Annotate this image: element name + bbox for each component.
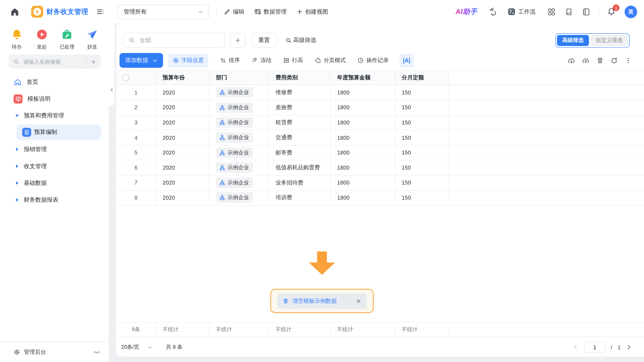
annual-budget-cell[interactable]: 1800 xyxy=(330,100,395,115)
apps-grid-icon[interactable] xyxy=(548,8,556,16)
summary-cell[interactable]: 不统计 xyxy=(269,322,330,336)
sidebar-item-template-note[interactable]: 模板说明 xyxy=(0,90,109,107)
quick-action-processed[interactable]: 已处理 xyxy=(54,28,80,50)
toggle-custom-filter[interactable]: 自定义筛选 xyxy=(591,35,628,46)
current-page-input[interactable] xyxy=(584,342,606,352)
department-cell[interactable]: 示例企业 xyxy=(210,190,269,205)
select-all-checkbox[interactable] xyxy=(123,74,129,81)
close-icon[interactable] xyxy=(356,298,362,304)
department-cell[interactable]: 示例企业 xyxy=(210,85,269,100)
table-search-input[interactable] xyxy=(139,36,220,44)
annual-budget-cell[interactable]: 1800 xyxy=(330,130,395,145)
department-tag[interactable]: 示例企业 xyxy=(216,87,253,98)
view-list-icon[interactable] xyxy=(96,8,104,16)
add-filter-button[interactable] xyxy=(230,33,245,48)
expense-category-cell[interactable]: 差旅费 xyxy=(269,100,330,115)
sidebar-item-home[interactable]: 首页 xyxy=(0,74,109,90)
table-row[interactable]: 5 2020 示例企业 邮寄费 1800 150 xyxy=(116,146,644,160)
home-icon[interactable] xyxy=(10,7,20,16)
collapse-eye-icon[interactable] xyxy=(93,348,100,356)
field-settings-button[interactable]: 字段设置 xyxy=(168,54,208,67)
department-tag[interactable]: 示例企业 xyxy=(216,117,253,128)
row-index-cell[interactable]: 5 xyxy=(116,146,156,160)
expense-category-cell[interactable]: 交通费 xyxy=(269,130,330,145)
export-cloud-icon[interactable] xyxy=(582,56,590,64)
department-tag[interactable]: 示例企业 xyxy=(216,178,253,188)
monthly-quota-cell[interactable]: 150 xyxy=(395,190,448,205)
annual-budget-cell[interactable]: 1800 xyxy=(330,85,395,100)
table-row[interactable]: 6 2020 示例企业 低值易耗品购置费 1800 150 xyxy=(116,160,644,176)
annual-budget-cell[interactable]: 1800 xyxy=(330,190,395,205)
reset-button[interactable]: 重置 xyxy=(252,33,276,48)
expense-category-cell[interactable]: 租赁费 xyxy=(269,115,330,130)
translate-icon[interactable] xyxy=(488,8,497,16)
table-row[interactable]: 4 2020 示例企业 交通费 1800 150 xyxy=(116,130,644,146)
monthly-quota-cell[interactable]: 150 xyxy=(395,160,448,175)
department-tag[interactable]: 示例企业 xyxy=(216,147,253,158)
workflow-button[interactable]: 工作流 xyxy=(507,8,536,16)
ai-assistant-button[interactable]: AI助手 xyxy=(456,7,477,16)
budget-year-cell[interactable]: 2020 xyxy=(156,130,210,145)
sidebar-group-reimburse[interactable]: 报销管理 xyxy=(0,141,109,158)
monthly-quota-cell[interactable]: 150 xyxy=(395,130,448,145)
monthly-quota-cell[interactable]: 150 xyxy=(395,100,448,115)
table-row[interactable]: 7 2020 示例企业 业务招待费 1800 150 xyxy=(116,176,644,190)
sidebar-search[interactable] xyxy=(8,55,101,68)
page-mode-button[interactable]: 分页模式 xyxy=(314,57,346,64)
refresh-icon[interactable] xyxy=(610,56,618,64)
summary-cell[interactable]: 不统计 xyxy=(395,322,448,336)
department-tag[interactable]: 示例企业 xyxy=(216,132,253,143)
table-search-box[interactable] xyxy=(123,33,225,48)
column-header[interactable]: 费用类别 xyxy=(269,70,330,84)
department-cell[interactable]: 示例企业 xyxy=(210,130,269,145)
monthly-quota-cell[interactable]: 150 xyxy=(395,115,448,130)
column-header[interactable]: 分月定额 xyxy=(395,70,448,84)
monthly-quota-cell[interactable]: 150 xyxy=(395,176,448,190)
operation-log-button[interactable]: 操作记录 xyxy=(358,57,388,64)
sidebar-search-input[interactable] xyxy=(23,58,85,65)
table-row[interactable]: 1 2020 示例企业 维修费 1800 150 xyxy=(116,85,644,100)
clear-sample-button[interactable]: 清空模板示例数据 xyxy=(277,293,367,309)
annual-budget-cell[interactable]: 1800 xyxy=(330,115,395,130)
department-tag[interactable]: 示例企业 xyxy=(216,162,253,173)
row-height-button[interactable]: 行高 xyxy=(283,57,303,64)
budget-year-cell[interactable]: 2020 xyxy=(156,100,210,115)
table-row[interactable]: 2 2020 示例企业 差旅费 1800 150 xyxy=(116,100,644,116)
import-cloud-icon[interactable] xyxy=(568,56,576,64)
sidebar-group-base-data[interactable]: 基础数据 xyxy=(0,175,109,192)
edit-button[interactable]: 编辑 xyxy=(224,8,244,16)
add-icon[interactable] xyxy=(90,58,96,65)
sidebar-group-budget[interactable]: 预算和费用管理 xyxy=(0,107,109,124)
expense-category-cell[interactable]: 邮寄费 xyxy=(269,146,330,160)
department-tag[interactable]: 示例企业 xyxy=(216,192,253,203)
summary-cell[interactable]: 不统计 xyxy=(156,322,210,336)
docs-icon[interactable] xyxy=(565,8,573,16)
quick-action-initiate[interactable]: 发起 xyxy=(29,28,54,50)
sidebar-group-report[interactable]: 财务数据报表 xyxy=(0,192,109,208)
sidebar-group-income[interactable]: 收支管理 xyxy=(0,158,109,174)
row-index-cell[interactable]: 3 xyxy=(116,115,156,130)
budget-year-cell[interactable]: 2020 xyxy=(156,146,210,160)
view-selector[interactable]: 管理所有 xyxy=(118,4,209,19)
advanced-filter-link[interactable]: 高级筛选 xyxy=(286,36,316,44)
row-index-cell[interactable]: 4 xyxy=(116,130,156,145)
department-cell[interactable]: 示例企业 xyxy=(210,115,269,130)
toggle-advanced-filter[interactable]: 高级筛选 xyxy=(557,35,589,46)
notifications-button[interactable]: 1 xyxy=(607,8,616,16)
sidebar-collapse-handle[interactable] xyxy=(109,24,114,106)
ai-field-button[interactable]: |A| xyxy=(400,54,414,67)
column-header[interactable]: 预算年份 xyxy=(156,70,210,84)
budget-year-cell[interactable]: 2020 xyxy=(156,176,210,190)
expense-category-cell[interactable]: 业务招待费 xyxy=(269,176,330,190)
budget-year-cell[interactable]: 2020 xyxy=(156,85,210,100)
annual-budget-cell[interactable]: 1800 xyxy=(330,146,395,160)
sort-button[interactable]: 排序 xyxy=(220,57,240,64)
expense-category-cell[interactable]: 培训费 xyxy=(269,190,330,205)
create-view-button[interactable]: 创建视图 xyxy=(296,8,328,16)
row-index-cell[interactable]: 1 xyxy=(116,85,156,100)
page-size-select[interactable]: 20条/页 xyxy=(121,344,153,351)
user-avatar[interactable]: 英 xyxy=(625,6,637,18)
quick-action-cc[interactable]: 抄送 xyxy=(80,28,105,50)
summary-cell[interactable]: 不统计 xyxy=(210,322,269,336)
budget-year-cell[interactable]: 2020 xyxy=(156,115,210,130)
